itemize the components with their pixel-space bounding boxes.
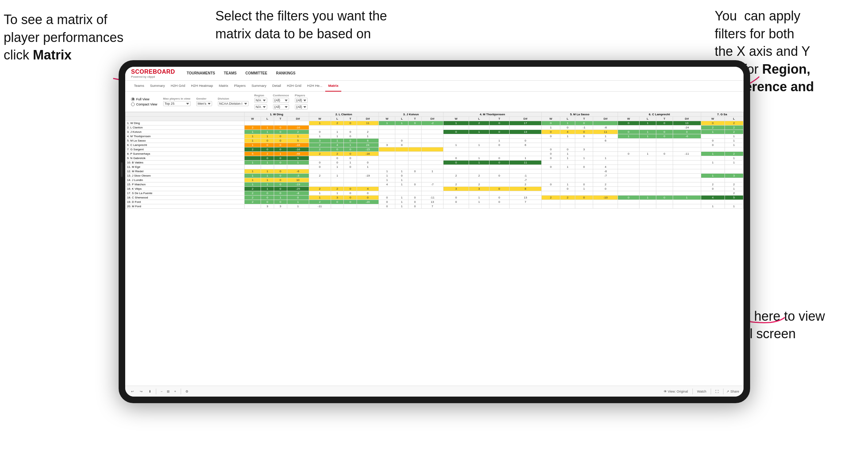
cell: 0 xyxy=(344,147,357,152)
cell: 2 xyxy=(725,126,743,130)
cell xyxy=(673,174,701,178)
cell: 1 xyxy=(560,121,575,126)
nav-item-committee[interactable]: COMMITTEE xyxy=(241,67,272,81)
sh-l4: L xyxy=(469,117,489,121)
fullscreen-button[interactable]: ⛶ xyxy=(714,389,720,394)
redo-button[interactable]: ↪ xyxy=(138,389,144,394)
sub-nav-matrix[interactable]: Matrix xyxy=(216,81,231,92)
table-row: 1. W Ding 12011 110-2 12017 010 01013 02 xyxy=(126,121,744,126)
cell: 0 xyxy=(395,139,408,143)
region-x-select[interactable]: N/A xyxy=(254,98,267,103)
cell: 1 xyxy=(443,143,469,147)
cell: 0 xyxy=(344,121,357,126)
conference-y-select[interactable]: (All) xyxy=(273,104,289,109)
player-name: 5. M La Sasso xyxy=(126,139,245,143)
cell: 1 xyxy=(422,169,443,174)
tablet-screen: SCOREBOARD Powered by clippd TOURNAMENTS… xyxy=(125,67,744,397)
division-select[interactable]: NCAA Division I xyxy=(218,101,249,106)
cell xyxy=(489,178,509,182)
sh-w7: W xyxy=(701,117,725,121)
cell xyxy=(379,152,395,156)
cell: 1 xyxy=(469,161,489,165)
nav-item-teams[interactable]: TEAMS xyxy=(219,67,241,81)
cell: 1 xyxy=(701,152,725,156)
watch-button[interactable]: Watch xyxy=(696,389,708,394)
cell: 1 xyxy=(357,134,379,139)
sub-nav-detail[interactable]: Detail xyxy=(269,81,284,92)
cell: 1 xyxy=(639,196,656,200)
conference-x-select[interactable]: (All) xyxy=(273,98,289,103)
cell: 6 xyxy=(593,139,618,143)
cell xyxy=(593,143,618,147)
cell xyxy=(395,187,408,191)
full-view-radio[interactable]: Full View xyxy=(131,97,157,101)
player-name: 7. G Sargent xyxy=(126,147,245,152)
cell: 2 xyxy=(701,126,725,130)
player-name: 15. P Maichon xyxy=(126,182,245,187)
players-x-select[interactable]: (All) xyxy=(295,98,308,103)
cell: 1 xyxy=(541,126,560,130)
players-y-select[interactable]: (All) xyxy=(295,104,308,109)
sub-nav-h2h-heatmap[interactable]: H2H Heatmap xyxy=(188,81,216,92)
sh-d4: Dif xyxy=(510,117,542,121)
cell xyxy=(639,204,656,209)
cell: 0 xyxy=(357,161,379,165)
cell: 1 xyxy=(244,178,261,182)
cell: 17 xyxy=(510,121,542,126)
cell: 0 xyxy=(274,200,287,204)
cell: 2 xyxy=(244,196,261,200)
share-button[interactable]: ↗ Share xyxy=(726,390,739,393)
sub-nav-h2h-grid[interactable]: H2H Grid xyxy=(168,81,188,92)
cell: 2 xyxy=(443,174,469,178)
download-button[interactable]: ⬇ xyxy=(147,389,153,394)
max-players-select[interactable]: Top 25 xyxy=(163,101,191,106)
sub-nav-summary2[interactable]: Summary xyxy=(249,81,269,92)
sub-nav-h2h-grid2[interactable]: H2H Grid xyxy=(284,81,304,92)
gender-select[interactable]: Men's xyxy=(196,101,212,106)
sub-nav-matrix2[interactable]: Matrix xyxy=(325,81,341,92)
cell: 1 xyxy=(395,196,408,200)
matrix-container[interactable]: 1. W Ding 2. L Clanton 3. J Koivun 4. M … xyxy=(125,112,744,386)
cell: 0 xyxy=(656,134,673,139)
cell xyxy=(379,147,395,152)
cell xyxy=(541,178,560,182)
cell: 2 xyxy=(469,121,489,126)
cell: 0 xyxy=(489,174,509,178)
cell: 0 xyxy=(261,147,274,152)
sub-nav-h2h-he[interactable]: H2H He... xyxy=(304,81,326,92)
cell: 1 xyxy=(395,182,408,187)
nav-item-tournaments[interactable]: TOURNAMENTS xyxy=(183,67,220,81)
cell: 0 xyxy=(395,143,408,147)
settings-button[interactable]: ⚙ xyxy=(184,389,190,394)
cell xyxy=(639,126,656,130)
cell: -1 xyxy=(575,126,593,130)
cell: 0 xyxy=(344,200,357,204)
cell xyxy=(287,165,309,169)
cell xyxy=(593,200,618,204)
sub-nav-summary[interactable]: Summary xyxy=(147,81,168,92)
sub-nav-players[interactable]: Players xyxy=(231,81,249,92)
compact-view-radio[interactable]: Compact View xyxy=(131,103,157,106)
zoom-out-button[interactable]: − xyxy=(159,389,164,394)
nav-item-rankings[interactable]: RANKINGS xyxy=(272,67,300,81)
undo-button[interactable]: ↩ xyxy=(130,389,135,394)
cell xyxy=(618,187,639,191)
cell: 1 xyxy=(261,182,274,187)
cell xyxy=(357,182,379,187)
cell: 1 xyxy=(261,126,274,130)
cell: 2 xyxy=(309,200,331,204)
division-label: Division xyxy=(218,97,249,100)
sub-nav-teams[interactable]: Teams xyxy=(131,81,147,92)
cell xyxy=(379,156,395,161)
table-row: 11. M Ege 0101 0104 xyxy=(126,165,744,169)
cell xyxy=(331,178,344,182)
cell xyxy=(575,204,593,209)
cell: 6 xyxy=(510,143,542,147)
zoom-in-button[interactable]: + xyxy=(173,389,177,394)
sh-t4: T xyxy=(489,117,509,121)
view-original-button[interactable]: 👁 View: Original xyxy=(662,389,690,394)
cell: -16 xyxy=(357,152,379,156)
cell xyxy=(408,156,422,161)
player-name: 13. J Skov Olesen xyxy=(126,174,245,178)
region-y-select[interactable]: N/A xyxy=(254,104,267,109)
